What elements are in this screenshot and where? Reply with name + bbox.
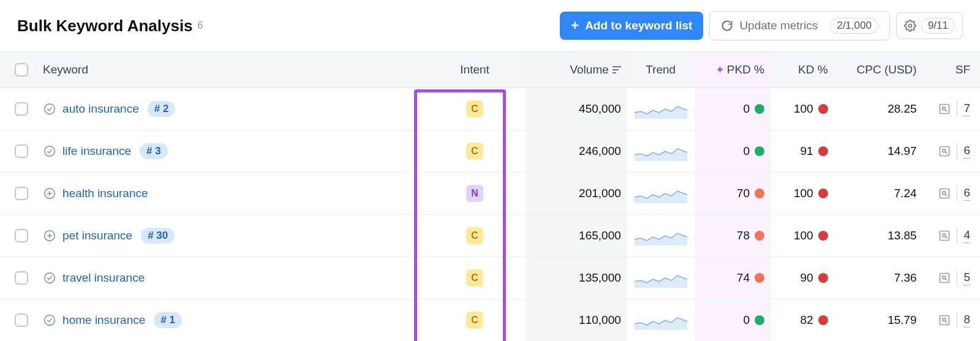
svg-point-15 <box>943 276 946 279</box>
col-cpc-header[interactable]: CPC (USD) <box>857 63 917 77</box>
divider <box>957 312 957 328</box>
serp-icon[interactable] <box>938 187 951 200</box>
kd-dot-icon <box>818 231 828 241</box>
col-volume-header[interactable]: Volume <box>570 63 608 77</box>
trend-sparkline <box>635 226 687 245</box>
cpc-value: 7.36 <box>894 271 917 285</box>
divider <box>957 185 957 201</box>
serp-icon[interactable] <box>938 230 951 242</box>
sf-value[interactable]: 5 <box>963 271 970 285</box>
settings-button[interactable]: 9/11 <box>896 12 963 39</box>
cpc-value: 28.25 <box>888 102 917 116</box>
intent-badge[interactable]: N <box>466 185 483 202</box>
sf-value[interactable]: 8 <box>963 313 970 328</box>
sf-value[interactable]: 4 <box>963 228 970 243</box>
table-row: health insuranceN201,000701007.246 <box>0 173 980 215</box>
sf-value[interactable]: 6 <box>963 186 970 201</box>
kd-dot-icon <box>818 315 828 325</box>
row-checkbox[interactable] <box>15 144 28 158</box>
svg-point-6 <box>943 149 946 152</box>
col-kd-header[interactable]: KD % <box>798 63 828 77</box>
cpc-value: 15.79 <box>888 313 917 327</box>
pkd-dot-icon <box>755 104 764 114</box>
sf-value[interactable]: 6 <box>963 144 970 159</box>
trend-sparkline <box>635 184 687 203</box>
keyword-link[interactable]: pet insurance <box>62 229 132 242</box>
svg-rect-17 <box>940 316 949 325</box>
volume-value: 201,000 <box>579 187 621 200</box>
serp-icon[interactable] <box>938 145 951 157</box>
volume-value: 135,000 <box>579 271 621 285</box>
select-all-checkbox[interactable] <box>15 63 28 77</box>
svg-point-9 <box>943 192 946 195</box>
volume-value: 110,000 <box>579 313 621 327</box>
divider <box>957 101 957 117</box>
pkd-value: 0 <box>743 144 750 158</box>
kd-value: 91 <box>800 144 813 158</box>
sort-desc-icon <box>612 66 621 73</box>
cpc-value: 13.85 <box>888 229 917 242</box>
pkd-value: 0 <box>743 313 750 327</box>
rank-pill: # 2 <box>148 101 176 117</box>
svg-point-1 <box>45 104 55 114</box>
plus-circle-icon[interactable] <box>43 187 56 200</box>
plus-icon: + <box>571 18 579 34</box>
trend-sparkline <box>635 99 687 119</box>
trend-sparkline <box>635 310 687 330</box>
row-checkbox[interactable] <box>15 313 28 327</box>
row-checkbox[interactable] <box>15 271 28 285</box>
update-count-pill: 2/1,000 <box>830 18 878 34</box>
col-keyword-header[interactable]: Keyword <box>43 63 88 77</box>
update-button-label: Update metrics <box>739 19 818 32</box>
svg-rect-5 <box>940 147 949 156</box>
keyword-link[interactable]: travel insurance <box>62 271 145 285</box>
page-count: 6 <box>198 20 203 31</box>
kd-dot-icon <box>818 189 828 198</box>
keyword-table: Keyword Intent Volume Trend ✦ PKD % KD %… <box>0 51 980 341</box>
table-row: life insurance# 3C246,00009114.976 <box>0 130 980 173</box>
serp-icon[interactable] <box>938 314 951 326</box>
intent-badge[interactable]: C <box>466 312 483 329</box>
keyword-link[interactable]: health insurance <box>62 187 148 200</box>
serp-icon[interactable] <box>938 103 951 115</box>
volume-value: 165,000 <box>579 229 621 242</box>
refresh-icon <box>721 20 733 32</box>
col-intent-header[interactable]: Intent <box>460 63 489 77</box>
col-trend-header[interactable]: Trend <box>646 63 676 77</box>
divider <box>957 228 957 244</box>
keyword-link[interactable]: life insurance <box>62 144 131 158</box>
svg-rect-8 <box>940 189 949 198</box>
svg-rect-14 <box>940 274 949 283</box>
update-metrics-button[interactable]: Update metrics 2/1,000 <box>709 11 890 40</box>
row-checkbox[interactable] <box>15 229 28 242</box>
row-checkbox[interactable] <box>15 187 28 200</box>
kd-value: 82 <box>800 313 813 327</box>
sf-value[interactable]: 7 <box>963 102 970 116</box>
intent-badge[interactable]: C <box>466 269 483 287</box>
intent-badge[interactable]: C <box>466 143 483 160</box>
plus-circle-icon[interactable] <box>43 229 56 242</box>
serp-icon[interactable] <box>938 272 951 284</box>
row-checkbox[interactable] <box>15 102 28 116</box>
keyword-link[interactable]: auto insurance <box>62 102 139 116</box>
col-sf-header[interactable]: SF <box>956 63 970 77</box>
intent-badge[interactable]: C <box>466 227 483 244</box>
add-to-list-button[interactable]: + Add to keyword list <box>560 12 703 40</box>
divider <box>957 143 957 159</box>
check-circle-icon <box>43 313 56 327</box>
svg-point-3 <box>943 107 946 110</box>
check-circle-icon <box>43 271 56 285</box>
rank-pill: # 3 <box>140 143 168 159</box>
intent-badge[interactable]: C <box>466 100 483 118</box>
pkd-dot-icon <box>755 315 764 325</box>
sparkle-icon: ✦ <box>715 63 725 77</box>
pkd-dot-icon <box>755 231 764 241</box>
svg-point-0 <box>908 24 911 28</box>
keyword-link[interactable]: home insurance <box>62 313 145 327</box>
col-pkd-header[interactable]: PKD % <box>727 63 764 77</box>
table-row: pet insurance# 30C165,0007810013.854 <box>0 215 980 257</box>
rank-pill: # 1 <box>154 312 182 328</box>
table-row: auto insurance# 2C450,000010028.257 <box>0 88 980 130</box>
svg-rect-2 <box>940 105 949 114</box>
rank-pill: # 30 <box>141 228 175 244</box>
